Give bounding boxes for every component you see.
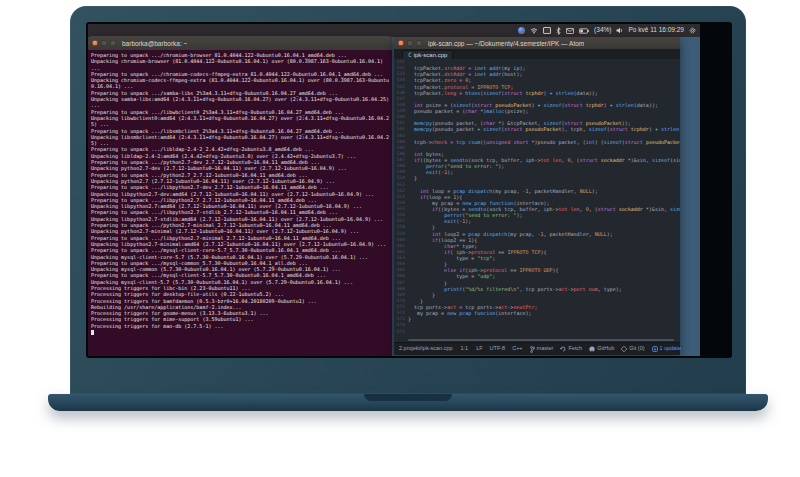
close-icon[interactable] <box>92 40 98 46</box>
terminal-line: Unpacking chromium-codecs-ffmpeg-extra (… <box>91 77 389 90</box>
status-line-ending[interactable]: LF <box>476 346 482 352</box>
atom-editor-window[interactable]: ipk-scan.cpp — ~/Dokumenty/4.semester/IP… <box>394 37 680 355</box>
atom-titlebar[interactable]: ipk-scan.cpp — ~/Dokumenty/4.semester/IP… <box>394 37 680 49</box>
status-git-branch[interactable]: master <box>530 346 554 353</box>
cpp-file-icon: C <box>408 52 412 58</box>
status-encoding[interactable]: UTF-8 <box>490 346 506 352</box>
laptop-base <box>48 394 768 411</box>
status-language[interactable]: C++ <box>512 346 522 352</box>
terminal-line: Unpacking libsmbclient:amd64 (2:4.3.11+d… <box>91 134 389 147</box>
code-text <box>408 329 680 335</box>
terminal-line: Unpacking python2.7-minimal (2.7.12-1ubu… <box>91 228 389 234</box>
terminal-title: barborka@barborka: ~ <box>122 40 187 47</box>
update-package-icon <box>652 346 658 352</box>
clock[interactable]: Po kvě 11 16:09:29 <box>628 27 684 34</box>
close-icon[interactable] <box>398 40 404 46</box>
terminal-titlebar[interactable]: barborka@barborka: ~ <box>88 36 392 50</box>
terminal-line: Unpacking mysql-client-core-5.7 (5.7.30-… <box>91 254 389 260</box>
keyboard-layout-icon[interactable] <box>543 27 551 34</box>
tab-label: ipk-scan.cpp <box>414 52 448 58</box>
status-github[interactable]: GitHub <box>589 346 614 352</box>
terminal-line: Unpacking python2.7-dev (2.7.12-1ubuntu0… <box>91 165 389 171</box>
status-git-count[interactable]: Git (0) <box>621 346 644 352</box>
github-icon <box>589 346 595 352</box>
volume-icon[interactable] <box>616 27 623 34</box>
code-editor[interactable]: 531532 tcpPacket.srcAddr = inet_addr(my_… <box>394 59 680 338</box>
battery-percentage[interactable]: (34%) <box>594 27 611 34</box>
laptop-mockup: (34%) Po kvě 11 16:09:29 <box>0 0 800 477</box>
laptop-base-notch <box>364 394 452 401</box>
app-indicator-icon[interactable] <box>518 27 525 34</box>
status-bar: 2.projekt/ipk-scan.cpp 1:1 LF UTF-8 C++ … <box>394 342 680 355</box>
terminal-line: Unpacking libwbclient0:amd64 (2:4.3.11+d… <box>91 115 389 128</box>
tab-ipk-scan[interactable]: C ipk-scan.cpp <box>402 50 453 59</box>
minimize-icon[interactable] <box>101 40 107 46</box>
minimize-icon[interactable] <box>407 40 413 46</box>
terminal-window[interactable]: barborka@barborka: ~ Preparing to unpack… <box>88 36 392 356</box>
battery-icon[interactable] <box>579 28 589 34</box>
terminal-line: Unpacking chromium-browser (81.0.4044.12… <box>91 58 389 71</box>
system-tray: (34%) Po kvě 11 16:09:29 <box>518 27 696 35</box>
maximize-icon[interactable] <box>110 40 116 46</box>
atom-window-title: ipk-scan.cpp — ~/Dokumenty/4.semester/IP… <box>428 40 584 47</box>
desktop[interactable]: (34%) Po kvě 11 16:09:29 <box>88 24 700 356</box>
status-updates[interactable]: 1 update <box>652 346 681 352</box>
code-line: 575 <box>394 329 680 335</box>
terminal-cursor <box>91 330 94 335</box>
terminal-output[interactable]: Preparing to unpack .../chromium-browser… <box>88 50 392 356</box>
status-fetch[interactable]: Fetch <box>560 346 582 352</box>
terminal-line: Unpacking libpython2.7-dev:amd64 (2.7.12… <box>91 191 389 197</box>
line-number[interactable]: 575 <box>394 329 408 335</box>
bluetooth-icon[interactable] <box>556 27 561 35</box>
horizontal-scrollbar[interactable] <box>408 339 674 341</box>
session-gear-icon[interactable] <box>689 27 696 34</box>
wifi-icon[interactable] <box>530 27 538 34</box>
tab-bar: C ipk-scan.cpp <box>394 49 680 59</box>
status-cursor-position[interactable]: 1:1 <box>461 346 469 352</box>
mail-icon[interactable] <box>566 28 574 34</box>
git-diff-icon <box>621 346 627 352</box>
laptop-screen: (34%) Po kvě 11 16:09:29 <box>86 22 732 358</box>
status-file-path[interactable]: 2.projekt/ipk-scan.cpp <box>399 346 453 352</box>
terminal-line: Unpacking samba-libs:amd64 (2:4.3.11+dfs… <box>91 96 389 109</box>
maximize-icon[interactable] <box>416 40 422 46</box>
laptop-lid: (34%) Po kvě 11 16:09:29 <box>70 6 746 394</box>
fetch-sync-icon <box>560 346 566 352</box>
branch-icon <box>530 346 535 353</box>
terminal-line: Processing triggers for man-db (2.7.5-1)… <box>91 323 389 329</box>
